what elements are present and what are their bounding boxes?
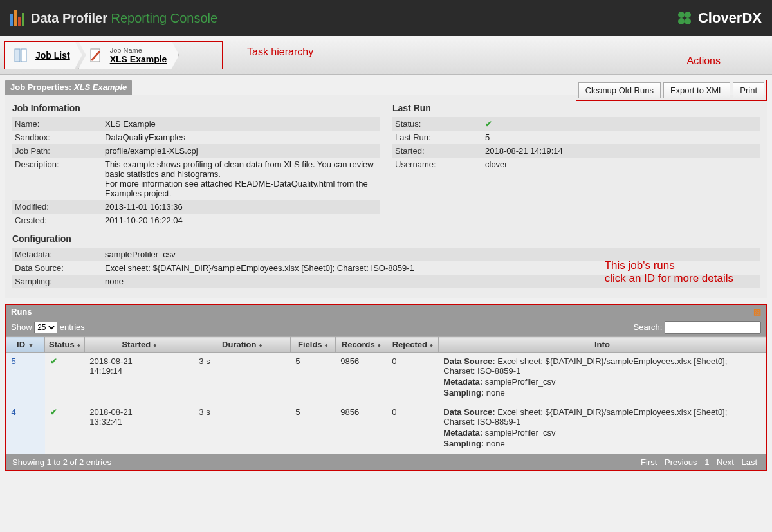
- runs-header: Runs ▧: [6, 305, 766, 318]
- run-records-cell: 9856: [335, 403, 387, 454]
- svg-point-2: [678, 18, 685, 24]
- run-id-link[interactable]: 4: [12, 407, 16, 417]
- panel-title: Job Properties: XLS Example: [5, 80, 132, 95]
- pager-prev[interactable]: Previous: [665, 457, 697, 467]
- table-row: 4✔2018-08-2113:32:413 s598560Data Source…: [6, 403, 766, 454]
- breadcrumb-job-name[interactable]: Job Name XLS Example: [78, 41, 179, 69]
- app-title: Data Profiler Reporting Console: [31, 11, 217, 26]
- runs-table: ID▼ Status♦ Started♦ Duration♦ Fields♦ R…: [6, 336, 766, 454]
- col-id[interactable]: ID▼: [6, 337, 45, 353]
- run-rejected-cell: 0: [387, 403, 438, 454]
- search-input[interactable]: [665, 321, 761, 334]
- run-status-cell: ✔: [45, 353, 85, 403]
- annotation-task-hierarchy: Task hierarchy: [247, 46, 313, 58]
- table-row: 5✔2018-08-2114:19:143 s598560Data Source…: [6, 353, 766, 403]
- job-properties-panel: Job Properties: XLS Example Cleanup Old …: [0, 75, 772, 298]
- col-duration[interactable]: Duration♦: [194, 337, 290, 353]
- top-bar: Data Profiler Reporting Console CloverDX: [0, 0, 772, 36]
- list-icon: [12, 46, 30, 64]
- document-icon: [87, 46, 105, 64]
- rss-icon[interactable]: ▧: [753, 307, 761, 316]
- run-id-cell: 5: [6, 353, 45, 403]
- svg-point-1: [685, 12, 691, 18]
- run-id-cell: 4: [6, 403, 45, 454]
- job-name-label: Job Name: [110, 46, 167, 54]
- showing-text: Showing 1 to 2 of 2 entries: [12, 457, 111, 467]
- pager-next[interactable]: Next: [717, 457, 734, 467]
- run-info-cell: Data Source: Excel sheet: ${DATAIN_DIR}/…: [438, 403, 766, 454]
- page-size-control: Show 25 entries: [11, 322, 85, 333]
- annotation-runs-note: This job's runs click an ID for more det…: [605, 259, 733, 285]
- col-fields[interactable]: Fields♦: [290, 337, 335, 353]
- annotation-actions: Actions: [687, 55, 721, 67]
- svg-rect-5: [21, 49, 26, 62]
- job-list-link[interactable]: Job List: [35, 50, 70, 60]
- search-control: Search:: [634, 321, 761, 334]
- clover-icon: [676, 10, 693, 26]
- cleanup-button[interactable]: Cleanup Old Runs: [578, 82, 661, 98]
- check-icon: ✔: [50, 356, 57, 366]
- pager-first[interactable]: First: [641, 457, 657, 467]
- svg-point-0: [678, 12, 685, 18]
- action-buttons: Cleanup Old Runs Export to XML Print: [578, 82, 764, 98]
- export-button[interactable]: Export to XML: [663, 82, 730, 98]
- run-started-cell: 2018-08-2113:32:41: [84, 403, 194, 454]
- page-size-select[interactable]: 25: [34, 322, 57, 333]
- run-started-cell: 2018-08-2114:19:14: [84, 353, 194, 403]
- check-icon: ✔: [485, 119, 492, 129]
- print-button[interactable]: Print: [733, 82, 764, 98]
- job-information: Job Information Name:XLS Example Sandbox…: [12, 100, 380, 227]
- col-started[interactable]: Started♦: [84, 337, 194, 353]
- job-info-heading: Job Information: [12, 103, 380, 113]
- runs-footer: Showing 1 to 2 of 2 entries First Previo…: [6, 454, 766, 470]
- pager: First Previous 1 Next Last: [638, 457, 760, 467]
- run-duration-cell: 3 s: [194, 353, 290, 403]
- check-icon: ✔: [50, 407, 57, 417]
- runs-section: Runs ▧ Show 25 entries Search: ID▼ Statu…: [5, 304, 767, 471]
- run-fields-cell: 5: [290, 353, 335, 403]
- run-info-cell: Data Source: Excel sheet: ${DATAIN_DIR}/…: [438, 353, 766, 403]
- last-run: Last Run Status:✔ Last Run:5 Started:201…: [392, 100, 760, 227]
- run-status-cell: ✔: [45, 403, 85, 454]
- run-rejected-cell: 0: [387, 353, 438, 403]
- run-duration-cell: 3 s: [194, 403, 290, 454]
- run-records-cell: 9856: [335, 353, 387, 403]
- breadcrumb: Job List Job Name XLS Example Task hiera…: [0, 36, 772, 75]
- run-id-link[interactable]: 5: [12, 356, 16, 366]
- svg-point-3: [685, 18, 691, 24]
- config-heading: Configuration: [12, 234, 760, 244]
- bars-icon: [10, 10, 24, 26]
- breadcrumb-job-list[interactable]: Job List: [4, 41, 82, 69]
- col-records[interactable]: Records♦: [335, 337, 387, 353]
- svg-rect-4: [15, 49, 20, 62]
- app-logo: Data Profiler Reporting Console: [10, 10, 217, 26]
- last-run-heading: Last Run: [392, 103, 760, 113]
- run-fields-cell: 5: [290, 403, 335, 454]
- pager-last[interactable]: Last: [741, 457, 757, 467]
- pager-page[interactable]: 1: [704, 457, 709, 467]
- col-rejected[interactable]: Rejected♦: [387, 337, 438, 353]
- col-status[interactable]: Status♦: [45, 337, 85, 353]
- job-name-link[interactable]: XLS Example: [110, 54, 167, 64]
- brand-logo: CloverDX: [676, 10, 762, 26]
- col-info[interactable]: Info: [438, 337, 766, 353]
